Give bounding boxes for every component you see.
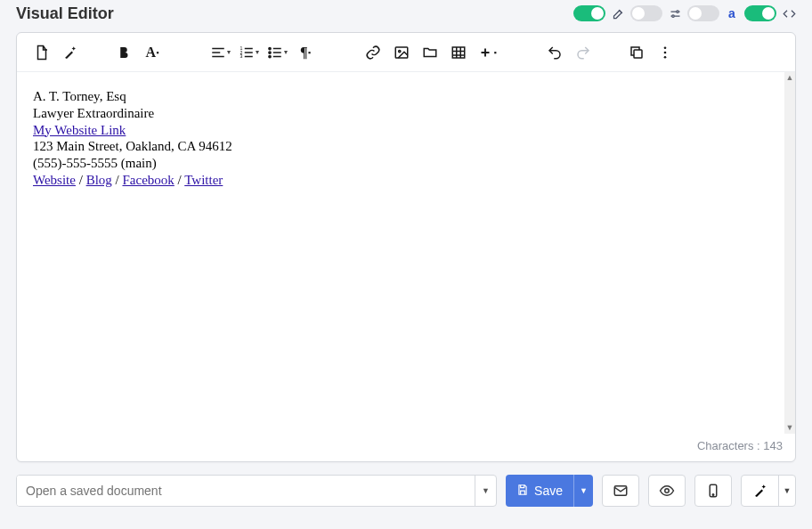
toggle-amazon[interactable]	[687, 5, 719, 21]
preview-button[interactable]	[648, 475, 686, 507]
link-button[interactable]	[361, 39, 386, 66]
signature-role: Lawyer Extraordinaire	[33, 105, 768, 122]
signature-site-link[interactable]: My Website Link	[33, 123, 126, 137]
mobile-button[interactable]	[694, 475, 732, 507]
align-button[interactable]: ▾	[207, 39, 232, 66]
signature-name: A. T. Torney, Esq	[33, 88, 768, 105]
copy-button[interactable]	[624, 39, 649, 66]
svg-point-16	[665, 489, 670, 493]
ordered-list-button[interactable]: 123▾	[236, 39, 261, 66]
folder-button[interactable]	[418, 39, 443, 66]
svg-point-9	[399, 50, 401, 52]
save-icon	[516, 484, 529, 499]
editor-content[interactable]: A. T. Torney, Esq Lawyer Extraordinaire …	[17, 72, 784, 434]
new-file-button[interactable]	[29, 39, 54, 66]
link-website[interactable]: Website	[33, 173, 76, 187]
code-icon	[782, 6, 796, 20]
page-title: Visual Editor	[16, 4, 114, 23]
save-label: Save	[534, 484, 563, 498]
toggle-code[interactable]	[744, 5, 776, 21]
character-count: Characters : 143	[17, 434, 795, 461]
open-document-caret[interactable]: ▼	[475, 476, 496, 506]
amazon-icon: a	[725, 6, 739, 20]
save-dropdown[interactable]: ▼	[573, 475, 593, 507]
link-facebook[interactable]: Facebook	[122, 173, 174, 187]
unordered-list-button[interactable]: ▾	[264, 39, 289, 66]
signature-address: 123 Main Street, Oakland, CA 94612	[33, 138, 768, 155]
redo-button[interactable]	[571, 39, 596, 66]
toggle-sliders[interactable]	[630, 5, 662, 21]
open-document-select[interactable]: ▼	[16, 475, 497, 507]
link-twitter[interactable]: Twitter	[184, 173, 223, 187]
table-button[interactable]	[446, 39, 471, 66]
bottom-bar: ▼ Save ▼ ▼	[16, 475, 796, 507]
svg-point-0	[676, 10, 678, 12]
link-sep: /	[112, 173, 123, 187]
svg-point-1	[671, 14, 674, 17]
sliders-icon	[668, 6, 682, 20]
signature-phone: (555)-555-5555 (main)	[33, 155, 768, 172]
link-sep: /	[175, 173, 184, 187]
bottom-wand-button[interactable]	[742, 476, 779, 506]
scroll-up-icon[interactable]: ▲	[786, 74, 794, 82]
scroll-down-icon[interactable]: ▼	[786, 424, 794, 432]
save-button[interactable]: Save ▼	[506, 475, 593, 507]
svg-rect-10	[452, 47, 465, 58]
svg-point-5	[268, 47, 270, 49]
svg-point-14	[664, 55, 667, 58]
svg-text:3: 3	[240, 53, 242, 59]
font-size-button[interactable]: A▪	[140, 39, 165, 66]
header-toggles: a	[573, 5, 796, 21]
svg-point-12	[664, 46, 667, 49]
scrollbar[interactable]: ▲ ▼	[784, 72, 795, 434]
editor-toolbar: A▪ ▾ 123▾ ▾ ¶▪ ▪	[17, 33, 795, 72]
svg-point-18	[712, 494, 714, 496]
email-button[interactable]	[602, 475, 639, 507]
svg-rect-11	[634, 50, 642, 58]
svg-point-13	[664, 51, 667, 53]
editor-card: A▪ ▾ 123▾ ▾ ¶▪ ▪ A. T. Torney, Esq Lawye…	[16, 32, 796, 462]
edit-icon	[611, 6, 625, 20]
paragraph-button[interactable]: ¶▪	[293, 39, 318, 66]
bold-button[interactable]	[111, 39, 136, 66]
more-button[interactable]	[653, 39, 678, 66]
bottom-wand-dropdown[interactable]: ▼	[779, 476, 795, 506]
open-document-input[interactable]	[17, 476, 475, 506]
svg-point-7	[268, 55, 270, 57]
link-blog[interactable]: Blog	[86, 173, 112, 187]
svg-point-6	[268, 51, 270, 53]
insert-more-button[interactable]: ▪	[475, 39, 499, 66]
magic-wand-button[interactable]	[58, 39, 83, 66]
undo-button[interactable]	[542, 39, 567, 66]
link-sep: /	[76, 173, 86, 187]
image-button[interactable]	[389, 39, 414, 66]
toggle-edit-mode[interactable]	[573, 5, 605, 21]
